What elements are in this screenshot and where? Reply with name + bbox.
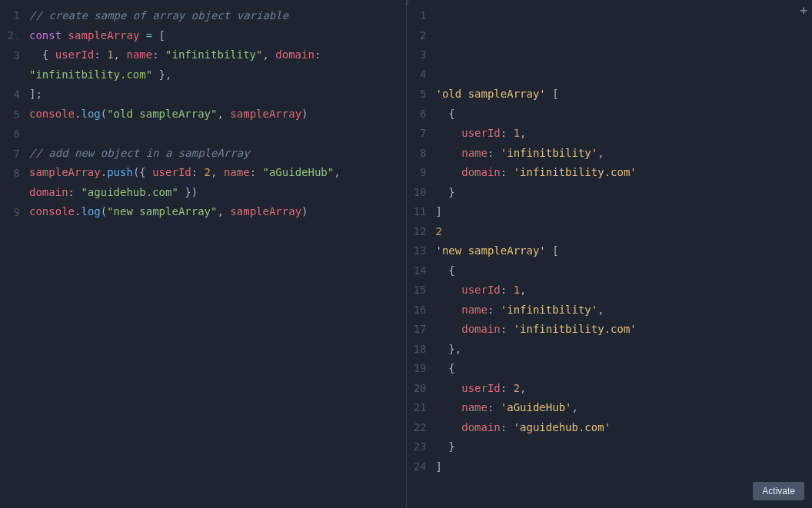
code-line: ] — [436, 202, 808, 222]
code-line: const sampleArray = [ — [29, 26, 401, 46]
code-line: domain: 'infinitbility.com' — [436, 163, 808, 183]
line-number: 3 — [407, 45, 427, 65]
token-plain: : — [488, 304, 501, 316]
line-number: 19 — [407, 359, 427, 379]
line-number: 22 — [407, 418, 427, 438]
token-property: name — [126, 48, 152, 61]
token-identifier: sampleArray — [68, 29, 140, 42]
token-plain: }, — [436, 343, 462, 355]
token-plain: , — [572, 401, 578, 413]
code-line: name: 'infinitbility', — [436, 144, 808, 164]
line-number: 6 — [0, 125, 20, 144]
token-property: name — [224, 166, 250, 178]
token-identifier: console — [29, 205, 75, 217]
line-number: 11 — [407, 202, 427, 222]
line-number: 1 — [0, 6, 20, 26]
code-line — [436, 65, 808, 85]
code-line: domain: 'aguidehub.com' — [436, 418, 808, 438]
token-plain — [436, 323, 462, 335]
token-property: name — [461, 147, 488, 159]
activate-button[interactable]: Activate — [753, 482, 804, 500]
token-punctuation: : — [250, 166, 263, 178]
token-plain — [436, 147, 462, 159]
token-string-alt: 'infinitbility' — [501, 147, 597, 159]
code-line: name: 'infinitbility', — [436, 300, 808, 320]
token-punctuation: , — [217, 205, 230, 217]
token-operator: = — [146, 29, 152, 42]
token-plain: : — [501, 284, 514, 296]
token-comment: // create sampe of array object variable — [29, 9, 288, 22]
token-punctuation: }) — [178, 186, 198, 198]
code-line: console.log("old sampleArray", sampleArr… — [29, 105, 401, 125]
line-number: 20 — [407, 379, 427, 399]
token-plain: } — [436, 186, 455, 198]
token-keyword: const — [29, 29, 62, 42]
token-identifier: sampleArray — [29, 166, 101, 178]
code-line: 'old sampleArray' [ — [436, 85, 808, 105]
code-line: ]; — [29, 85, 401, 105]
token-property: name — [461, 304, 488, 316]
token-string-alt: 'aGuideHub' — [501, 401, 572, 413]
code-line: { — [436, 359, 808, 379]
output-area-right[interactable]: 'old sampleArray' [ { userId: 1, name: '… — [431, 0, 813, 508]
line-number: 5 — [407, 85, 427, 105]
code-line: 'new sampleArray' [ — [436, 241, 808, 261]
token-plain: { — [436, 108, 455, 120]
token-property: domain — [29, 186, 68, 198]
code-line: } — [436, 437, 808, 457]
token-punctuation: , — [114, 48, 127, 61]
token-number: 1 — [514, 127, 520, 139]
code-line: console.log("new sampleArray", sampleArr… — [29, 202, 401, 222]
code-line: domain: 'infinitbility.com' — [436, 320, 808, 340]
line-number: 12 — [407, 222, 427, 242]
token-punctuation: ) — [301, 205, 308, 217]
code-line: 2 — [436, 222, 808, 242]
line-number — [0, 184, 20, 204]
token-property: name — [461, 401, 488, 413]
token-punctuation: , — [262, 48, 275, 61]
line-number: 6 — [407, 105, 427, 125]
code-line: { — [436, 105, 808, 125]
line-number — [0, 66, 20, 86]
token-comment: // add new object in a sampleArray — [29, 147, 250, 159]
token-plain — [436, 421, 462, 433]
token-plain — [436, 304, 462, 316]
editor-pane-left: 12⌄3 45678 9 // create sampe of array ob… — [0, 0, 407, 508]
token-plain: : — [501, 382, 514, 394]
token-plain: ] — [436, 205, 442, 217]
line-number: 10 — [407, 183, 427, 203]
token-plain — [139, 29, 145, 42]
token-plain: , — [520, 284, 526, 296]
line-number: 5 — [0, 105, 20, 125]
split-marker-icon: ┘ — [405, 0, 410, 8]
code-line: }, — [436, 340, 808, 360]
code-line: userId: 1, — [436, 281, 808, 300]
line-number: 1 — [407, 6, 427, 26]
line-number: 18 — [407, 340, 427, 360]
code-line: { — [436, 261, 808, 281]
token-property: domain — [461, 323, 501, 335]
code-line: ] — [436, 457, 808, 477]
code-line: sampleArray.push({ userId: 2, name: "aGu… — [29, 163, 401, 183]
token-punctuation: ({ — [133, 166, 152, 178]
token-punctuation: : — [94, 48, 107, 61]
token-plain: : — [488, 401, 501, 413]
token-punctuation: : — [152, 48, 165, 61]
token-string: "aguidehub.com" — [81, 186, 178, 198]
line-number: 9 — [407, 163, 427, 183]
line-number: 17 — [407, 320, 427, 340]
code-line: name: 'aGuideHub', — [436, 398, 808, 418]
line-number: 24 — [407, 457, 427, 477]
token-string-alt: 'infinitbility.com' — [514, 323, 637, 335]
code-line — [436, 6, 808, 26]
code-area-left[interactable]: // create sampe of array object variable… — [25, 0, 406, 508]
add-button[interactable]: + — [800, 3, 807, 18]
token-plain: , — [597, 147, 604, 159]
fold-icon[interactable]: ⌄ — [15, 32, 20, 41]
token-string-alt: 'new sampleArray' — [436, 244, 546, 257]
token-string-alt: 'infinitbility.com' — [514, 166, 637, 178]
token-plain: , — [597, 304, 604, 316]
token-plain: { — [436, 264, 455, 277]
token-number: 1 — [107, 48, 113, 61]
line-number: 9 — [0, 203, 20, 223]
